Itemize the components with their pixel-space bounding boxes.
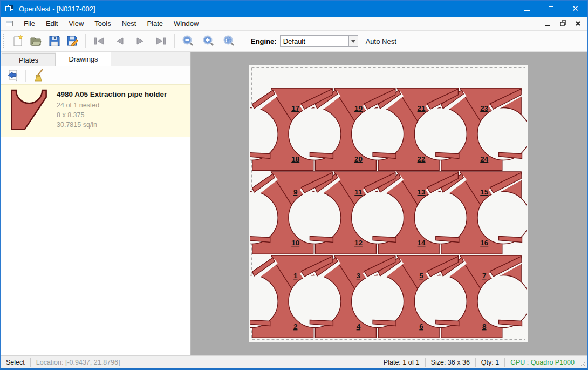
part-number-label: 2 bbox=[293, 322, 298, 331]
part-number-label: 11 bbox=[354, 188, 363, 196]
tab-drawings[interactable]: Drawings bbox=[56, 52, 111, 66]
part-number-label: 21 bbox=[418, 104, 426, 112]
part-number-label: 12 bbox=[354, 239, 363, 247]
save-button[interactable] bbox=[45, 33, 64, 49]
part-number-label: 10 bbox=[291, 239, 299, 247]
mdi-restore-icon[interactable] bbox=[559, 20, 567, 28]
drawing-size: 8 x 8.375 bbox=[57, 110, 167, 120]
status-plate: Plate: 1 of 1 bbox=[378, 359, 425, 366]
engine-combobox[interactable]: Default bbox=[280, 35, 349, 47]
part-number-label: 19 bbox=[354, 104, 363, 112]
part-number-label: 9 bbox=[293, 188, 298, 196]
part-number-label: 13 bbox=[418, 188, 426, 196]
zoom-extents-button[interactable] bbox=[219, 33, 240, 49]
plate-page[interactable]: 171921231820222491113151012141613572468 bbox=[249, 65, 528, 342]
menu-view[interactable]: View bbox=[63, 17, 89, 30]
drawing-area: 30.7815 sq/in bbox=[57, 120, 167, 130]
part-number-label: 18 bbox=[291, 155, 300, 163]
plate-guide-line-v bbox=[249, 342, 249, 355]
part-cutout-circle bbox=[352, 275, 404, 328]
drawings-toolbar bbox=[1, 66, 190, 84]
save-as-button[interactable] bbox=[64, 33, 82, 49]
close-button[interactable]: ✕ bbox=[563, 1, 587, 17]
resize-grip[interactable] bbox=[580, 356, 587, 368]
engine-dropdown-button[interactable] bbox=[349, 35, 358, 47]
part-number-label: 14 bbox=[418, 239, 426, 247]
page-back-arrow-icon bbox=[6, 69, 19, 82]
open-button[interactable] bbox=[27, 33, 45, 49]
status-size: Size: 36 x 36 bbox=[426, 359, 475, 366]
zoom-out-icon bbox=[182, 35, 194, 47]
zoom-in-button[interactable] bbox=[199, 33, 219, 49]
mdi-close-icon[interactable] bbox=[575, 20, 582, 28]
part-cutout-circle bbox=[414, 192, 467, 244]
last-plate-button[interactable] bbox=[151, 33, 171, 49]
maximize-button[interactable] bbox=[539, 1, 563, 17]
drawing-title: 4980 A05 Extraction pipe holder bbox=[57, 90, 167, 98]
clear-nest-button[interactable] bbox=[30, 68, 46, 84]
previous-plate-button[interactable] bbox=[110, 33, 130, 49]
part-number-label: 15 bbox=[480, 188, 489, 196]
next-arrow-icon bbox=[135, 36, 146, 46]
title-bar[interactable]: OpenNest - [N0317-002] ✕ bbox=[1, 1, 587, 17]
minimize-button[interactable] bbox=[515, 1, 539, 17]
dropdown-arrow-icon bbox=[351, 40, 355, 43]
part-cutout-circle bbox=[352, 108, 404, 160]
zoom-extents-icon bbox=[223, 35, 235, 47]
part-number-label: 23 bbox=[480, 104, 489, 112]
tab-strip: Plates Drawings bbox=[1, 52, 190, 66]
new-button[interactable] bbox=[9, 33, 27, 49]
mdi-minimize-icon[interactable] bbox=[544, 20, 552, 28]
part-thumbnail bbox=[7, 89, 51, 131]
drawing-nested-count: 24 of 1 nested bbox=[57, 100, 167, 110]
broom-icon bbox=[32, 69, 45, 82]
engine-value: Default bbox=[281, 37, 348, 45]
menu-edit[interactable]: Edit bbox=[40, 17, 63, 30]
menu-bar: File Edit View Tools Nest Plate Window bbox=[1, 17, 587, 31]
part-number-label: 24 bbox=[480, 155, 489, 163]
toolbar-grip[interactable] bbox=[3, 34, 5, 48]
auto-nest-button[interactable]: Auto Nest bbox=[366, 37, 396, 45]
status-gpu: GPU : Quadro P1000 bbox=[505, 359, 580, 366]
status-location: Location: [-0.9437, 21.8796] bbox=[31, 359, 126, 366]
drawing-list-item[interactable]: 4980 A05 Extraction pipe holder 24 of 1 … bbox=[1, 84, 190, 137]
part-cutout-circle bbox=[477, 192, 528, 244]
menu-window[interactable]: Window bbox=[168, 17, 204, 30]
plate-drawing[interactable]: 171921231820222491113151012141613572468 bbox=[249, 65, 528, 342]
app-window: OpenNest - [N0317-002] ✕ File Edit View … bbox=[0, 0, 588, 370]
menu-tools[interactable]: Tools bbox=[89, 17, 116, 30]
part-number-label: 1 bbox=[293, 272, 298, 280]
status-mode: Select bbox=[1, 359, 30, 366]
resize-grip-icon bbox=[580, 361, 586, 367]
save-as-icon bbox=[66, 35, 79, 48]
part-number-label: 8 bbox=[482, 322, 487, 331]
menu-file[interactable]: File bbox=[18, 17, 40, 30]
nest-canvas[interactable]: 171921231820222491113151012141613572468 bbox=[191, 52, 587, 355]
part-cutout-circle bbox=[289, 275, 341, 328]
status-bar: Select Location: [-0.9437, 21.8796] Plat… bbox=[1, 355, 587, 368]
zoom-out-button[interactable] bbox=[178, 33, 199, 49]
last-arrow-icon bbox=[155, 36, 167, 46]
main-toolbar: Engine: Default Auto Nest bbox=[1, 31, 587, 52]
part-cutout-circle bbox=[414, 275, 467, 328]
menu-plate[interactable]: Plate bbox=[141, 17, 168, 30]
part-number-label: 17 bbox=[291, 104, 299, 112]
part-cutout-circle bbox=[477, 108, 528, 160]
part-number-label: 7 bbox=[482, 272, 487, 280]
previous-arrow-icon bbox=[114, 36, 125, 46]
part-cutout-circle bbox=[352, 192, 404, 244]
part-number-label: 5 bbox=[419, 272, 423, 280]
part-number-label: 16 bbox=[480, 239, 489, 247]
return-to-drawings-button[interactable] bbox=[5, 68, 21, 84]
app-icon bbox=[5, 4, 15, 13]
menu-nest[interactable]: Nest bbox=[117, 17, 142, 30]
first-plate-button[interactable] bbox=[89, 33, 110, 49]
next-plate-button[interactable] bbox=[130, 33, 151, 49]
status-qty: Qty: 1 bbox=[476, 359, 504, 366]
part-number-label: 3 bbox=[357, 272, 361, 280]
new-document-icon bbox=[12, 35, 24, 48]
zoom-in-icon bbox=[203, 35, 215, 47]
mdi-child-icon[interactable] bbox=[6, 21, 13, 26]
tab-plates[interactable]: Plates bbox=[2, 53, 56, 66]
part-number-label: 4 bbox=[357, 322, 361, 331]
